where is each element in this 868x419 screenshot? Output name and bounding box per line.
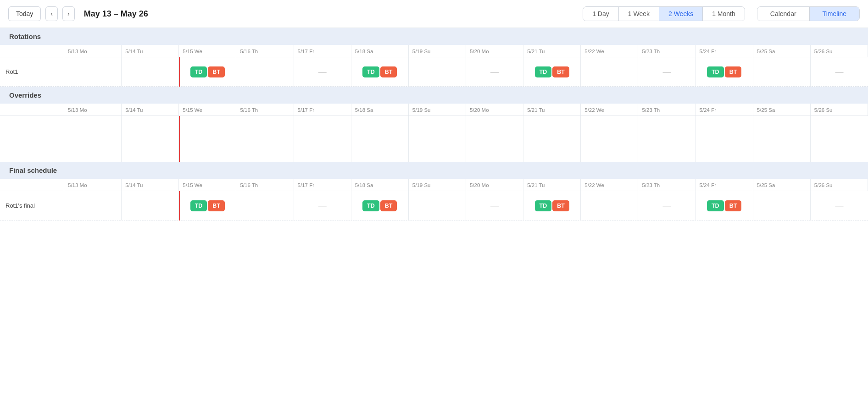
rot1-cell-11: TD BT [696, 57, 753, 86]
rot1-bt-2[interactable]: BT [380, 66, 397, 77]
tab-calendar[interactable]: Calendar [757, 7, 810, 21]
ov-header-day-6: 5/19 Su [409, 104, 466, 116]
ov-header-day-2: 5/15 We [179, 104, 236, 116]
fs-td-1[interactable]: TD [190, 200, 207, 211]
fs-header-day-2: 5/15 We [179, 179, 236, 191]
tab-2weeks[interactable]: 2 Weeks [659, 7, 703, 21]
fs-td-2[interactable]: TD [362, 200, 379, 211]
ov-header-day-11: 5/24 Fr [696, 104, 753, 116]
fs-header-day-7: 5/20 Mo [466, 179, 523, 191]
section-rotations: Rotations 5/13 Mo 5/14 Tu 5/15 We 5/16 T… [0, 28, 868, 87]
rot1-row: Rot1 TD BT — TD BT [0, 57, 868, 87]
ov-cell-9 [581, 116, 638, 162]
tab-1day[interactable]: 1 Day [583, 7, 619, 21]
rot1-td-2[interactable]: TD [362, 66, 379, 77]
fs-cell-13: — [811, 191, 868, 220]
ov-cell-6 [409, 116, 466, 162]
header-day-12: 5/25 Sa [753, 45, 811, 57]
fs-cell-4: — [294, 191, 351, 220]
rot1-bt-1[interactable]: BT [208, 66, 225, 77]
fs-header-day-4: 5/17 Fr [294, 179, 351, 191]
header-day-13: 5/26 Su [811, 45, 868, 57]
fs-td-3[interactable]: TD [535, 200, 552, 211]
rot1-cell-3 [236, 57, 294, 86]
fs-dash-3: — [662, 201, 671, 210]
rot1-cell-5: TD BT [351, 57, 409, 86]
rot1-dash-2: — [490, 67, 499, 77]
rot1-cell-2: TD BT [179, 57, 236, 86]
ov-cell-1 [122, 116, 179, 162]
fs-bt-1[interactable]: BT [208, 200, 225, 211]
tab-1month[interactable]: 1 Month [703, 7, 745, 21]
fs-header-day-11: 5/24 Fr [696, 179, 753, 191]
prev-button[interactable]: ‹ [45, 6, 58, 21]
ov-header-day-12: 5/25 Sa [753, 104, 811, 116]
ov-cell-11 [696, 116, 753, 162]
fs-header-day-10: 5/23 Th [638, 179, 696, 191]
rot1-cell-0 [64, 57, 122, 86]
header-day-4: 5/17 Fr [294, 45, 351, 57]
fs-header-day-13: 5/26 Su [811, 179, 868, 191]
next-button[interactable]: › [62, 6, 75, 21]
today-line-overrides [179, 116, 180, 162]
fs-bt-4[interactable]: BT [725, 200, 742, 211]
ov-header-day-9: 5/22 We [581, 104, 638, 116]
header-day-9: 5/22 We [581, 45, 638, 57]
header-day-3: 5/16 Th [236, 45, 294, 57]
fs-cell-6 [409, 191, 466, 220]
rot1-cell-1 [122, 57, 179, 86]
fs-cell-1 [122, 191, 179, 220]
fs-header-day-8: 5/21 Tu [523, 179, 581, 191]
tab-1week[interactable]: 1 Week [619, 7, 659, 21]
header-label-empty [0, 45, 64, 57]
section-overrides: Overrides 5/13 Mo 5/14 Tu 5/15 We 5/16 T… [0, 87, 868, 162]
fs-header-day-5: 5/18 Sa [351, 179, 409, 191]
final-header: 5/13 Mo 5/14 Tu 5/15 We 5/16 Th 5/17 Fr … [0, 179, 868, 191]
header-day-6: 5/19 Su [409, 45, 466, 57]
rot1-label: Rot1 [0, 57, 64, 86]
ov-cell-3 [236, 116, 294, 162]
rot1-dash-4: — [835, 67, 843, 77]
rot1-cell-7: — [466, 57, 523, 86]
fs-bt-2[interactable]: BT [380, 200, 397, 211]
overrides-empty-area [0, 116, 868, 162]
fs-header-day-3: 5/16 Th [236, 179, 294, 191]
ov-header-day-13: 5/26 Su [811, 104, 868, 116]
today-button[interactable]: Today [8, 6, 41, 21]
rot1-dash-1: — [318, 67, 327, 77]
ov-header-day-4: 5/17 Fr [294, 104, 351, 116]
ov-header-day-7: 5/20 Mo [466, 104, 523, 116]
fs-cell-2: TD BT [179, 191, 236, 220]
fs-cell-5: TD BT [351, 191, 409, 220]
rot1-td-3[interactable]: TD [535, 66, 552, 77]
header-day-1: 5/14 Tu [122, 45, 179, 57]
fs-header-day-0: 5/13 Mo [64, 179, 122, 191]
ov-cell-12 [753, 116, 811, 162]
ov-cell-10 [638, 116, 696, 162]
ov-cell-7 [466, 116, 523, 162]
fs-cell-8: TD BT [523, 191, 581, 220]
ov-header-day-1: 5/14 Tu [122, 104, 179, 116]
ov-cell-4 [294, 116, 351, 162]
fs-cell-10: — [638, 191, 696, 220]
section-final-schedule: Final schedule 5/13 Mo 5/14 Tu 5/15 We 5… [0, 162, 868, 221]
rot1-cell-10: — [638, 57, 696, 86]
section-title-final: Final schedule [0, 162, 868, 179]
fs-dash-2: — [490, 201, 499, 210]
fs-cell-0 [64, 191, 122, 220]
calendar-body: Rotations 5/13 Mo 5/14 Tu 5/15 We 5/16 T… [0, 28, 868, 221]
rot1-td-1[interactable]: TD [190, 66, 207, 77]
ov-header-day-0: 5/13 Mo [64, 104, 122, 116]
tab-timeline[interactable]: Timeline [810, 7, 859, 21]
fs-td-4[interactable]: TD [707, 200, 724, 211]
overrides-header: 5/13 Mo 5/14 Tu 5/15 We 5/16 Th 5/17 Fr … [0, 104, 868, 116]
rot1-td-4[interactable]: TD [707, 66, 724, 77]
date-range: May 13 – May 26 [84, 9, 148, 19]
fs-dash-4: — [835, 201, 843, 210]
fs-bt-3[interactable]: BT [552, 200, 569, 211]
rot1-bt-3[interactable]: BT [552, 66, 569, 77]
header-day-7: 5/20 Mo [466, 45, 523, 57]
today-line-rotations [179, 57, 180, 87]
rot1-bt-4[interactable]: BT [725, 66, 742, 77]
header-day-11: 5/24 Fr [696, 45, 753, 57]
